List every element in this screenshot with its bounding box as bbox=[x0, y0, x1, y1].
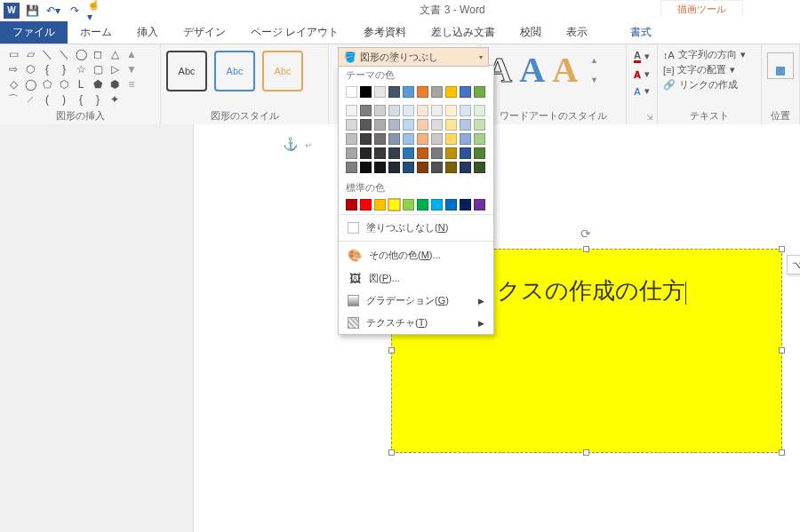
tab-format[interactable]: 書式 bbox=[618, 21, 664, 44]
shape-style-3[interactable]: Abc bbox=[262, 51, 303, 91]
tab-references[interactable]: 参考資料 bbox=[351, 21, 419, 44]
color-swatch[interactable] bbox=[431, 105, 443, 116]
color-swatch[interactable] bbox=[445, 119, 457, 131]
save-icon[interactable]: 💾 bbox=[23, 2, 41, 20]
color-swatch[interactable] bbox=[403, 133, 414, 145]
color-swatch[interactable] bbox=[403, 162, 414, 173]
tab-mailings[interactable]: 差し込み文書 bbox=[419, 21, 508, 44]
undo-icon[interactable]: ↶▾ bbox=[44, 2, 62, 20]
gradient-fill-item[interactable]: グラデーション(G) ▶ bbox=[339, 290, 493, 312]
color-swatch[interactable] bbox=[374, 133, 386, 145]
theme-shades-grid[interactable] bbox=[339, 103, 493, 176]
color-swatch[interactable] bbox=[346, 147, 357, 159]
color-swatch[interactable] bbox=[460, 199, 471, 210]
layout-options-icon[interactable]: ⌥ bbox=[787, 255, 800, 274]
color-swatch[interactable] bbox=[388, 119, 400, 131]
color-swatch[interactable] bbox=[360, 105, 372, 116]
color-swatch[interactable] bbox=[445, 133, 457, 145]
create-link-button[interactable]: 🔗リンクの作成 bbox=[663, 77, 756, 92]
tab-design[interactable]: デザイン bbox=[171, 21, 238, 44]
standard-colors-row[interactable] bbox=[339, 197, 493, 212]
color-swatch[interactable] bbox=[431, 162, 443, 173]
color-swatch[interactable] bbox=[417, 162, 428, 173]
color-swatch[interactable] bbox=[374, 162, 386, 173]
text-outline-button[interactable]: A▾ bbox=[630, 67, 653, 82]
color-swatch[interactable] bbox=[460, 162, 471, 173]
color-swatch[interactable] bbox=[388, 105, 400, 116]
color-swatch[interactable] bbox=[360, 199, 372, 210]
color-swatch[interactable] bbox=[360, 119, 372, 131]
color-swatch[interactable] bbox=[431, 147, 443, 159]
color-swatch[interactable] bbox=[417, 199, 428, 210]
shape-styles-gallery[interactable]: Abc Abc Abc bbox=[166, 47, 323, 91]
color-swatch[interactable] bbox=[460, 105, 471, 116]
color-swatch[interactable] bbox=[474, 147, 485, 159]
touch-icon[interactable]: ☝▾ bbox=[87, 2, 105, 20]
color-swatch[interactable] bbox=[474, 133, 485, 145]
texture-fill-item[interactable]: テクスチャ(T) ▶ bbox=[339, 312, 493, 334]
color-swatch[interactable] bbox=[431, 119, 443, 131]
color-swatch[interactable] bbox=[388, 199, 400, 210]
picture-fill-item[interactable]: 🖼 図(P)... bbox=[339, 266, 493, 290]
color-swatch[interactable] bbox=[388, 162, 400, 173]
tab-insert[interactable]: 挿入 bbox=[124, 21, 171, 44]
align-text-button[interactable]: [≡]文字の配置▾ bbox=[663, 62, 756, 77]
text-effects-button[interactable]: A▾ bbox=[630, 83, 653, 99]
color-swatch[interactable] bbox=[417, 147, 428, 159]
more-colors-item[interactable]: 🎨 その他の色(M)... bbox=[339, 243, 493, 266]
color-swatch[interactable] bbox=[388, 147, 400, 159]
color-swatch[interactable] bbox=[445, 199, 457, 210]
shape-style-2[interactable]: Abc bbox=[214, 51, 255, 91]
color-swatch[interactable] bbox=[417, 86, 428, 98]
position-button[interactable] bbox=[767, 52, 794, 79]
wordart-gallery[interactable]: A A A ▲▼ bbox=[486, 47, 620, 88]
tab-file[interactable]: ファイル bbox=[0, 21, 68, 44]
tab-view[interactable]: 表示 bbox=[554, 21, 600, 44]
color-swatch[interactable] bbox=[431, 133, 443, 145]
text-direction-button[interactable]: ↕A文字列の方向▾ bbox=[663, 47, 756, 62]
redo-icon[interactable]: ↷ bbox=[66, 2, 84, 20]
text-fill-button[interactable]: A▾ bbox=[630, 48, 653, 65]
tab-home[interactable]: ホーム bbox=[68, 21, 124, 44]
color-swatch[interactable] bbox=[374, 119, 386, 131]
color-swatch[interactable] bbox=[445, 105, 457, 116]
navigation-pane[interactable] bbox=[0, 124, 194, 532]
shape-fill-button[interactable]: 🪣 図形の塗りつぶし ▾ bbox=[338, 47, 489, 67]
color-swatch[interactable] bbox=[445, 147, 457, 159]
wordart-style-3[interactable]: A bbox=[552, 52, 578, 88]
color-swatch[interactable] bbox=[403, 86, 414, 98]
color-swatch[interactable] bbox=[460, 86, 471, 98]
color-swatch[interactable] bbox=[445, 162, 457, 173]
color-swatch[interactable] bbox=[374, 105, 386, 116]
color-swatch[interactable] bbox=[445, 86, 457, 98]
color-swatch[interactable] bbox=[474, 199, 485, 210]
color-swatch[interactable] bbox=[431, 86, 443, 98]
tab-page-layout[interactable]: ページ レイアウト bbox=[238, 21, 351, 44]
color-swatch[interactable] bbox=[431, 199, 443, 210]
color-swatch[interactable] bbox=[388, 86, 400, 98]
color-swatch[interactable] bbox=[417, 133, 428, 145]
color-swatch[interactable] bbox=[374, 147, 386, 159]
color-swatch[interactable] bbox=[403, 199, 414, 210]
color-swatch[interactable] bbox=[460, 119, 471, 131]
color-swatch[interactable] bbox=[346, 162, 357, 173]
color-swatch[interactable] bbox=[360, 147, 372, 159]
color-swatch[interactable] bbox=[417, 105, 428, 116]
theme-colors-row[interactable] bbox=[339, 84, 493, 99]
color-swatch[interactable] bbox=[474, 86, 485, 98]
color-swatch[interactable] bbox=[346, 119, 357, 131]
color-swatch[interactable] bbox=[474, 119, 485, 131]
color-swatch[interactable] bbox=[346, 86, 357, 98]
shapes-gallery[interactable]: ▭▱＼＼◯◻△▲ ⇨⬡{}☆▢▷▼ ◇◯⬠⬡L⬟⬢≡ ⌒⟋(){}✦ bbox=[5, 47, 155, 107]
tab-review[interactable]: 校閲 bbox=[508, 21, 554, 44]
rotate-handle-icon[interactable]: ⟳ bbox=[580, 226, 591, 241]
wordart-style-2[interactable]: A bbox=[519, 52, 545, 88]
color-swatch[interactable] bbox=[374, 86, 386, 98]
color-swatch[interactable] bbox=[346, 133, 357, 145]
color-swatch[interactable] bbox=[360, 162, 372, 173]
no-fill-item[interactable]: 塗りつぶしなし(N) bbox=[339, 217, 493, 239]
color-swatch[interactable] bbox=[460, 147, 471, 159]
color-swatch[interactable] bbox=[374, 199, 386, 210]
color-swatch[interactable] bbox=[346, 105, 357, 116]
color-swatch[interactable] bbox=[360, 86, 372, 98]
